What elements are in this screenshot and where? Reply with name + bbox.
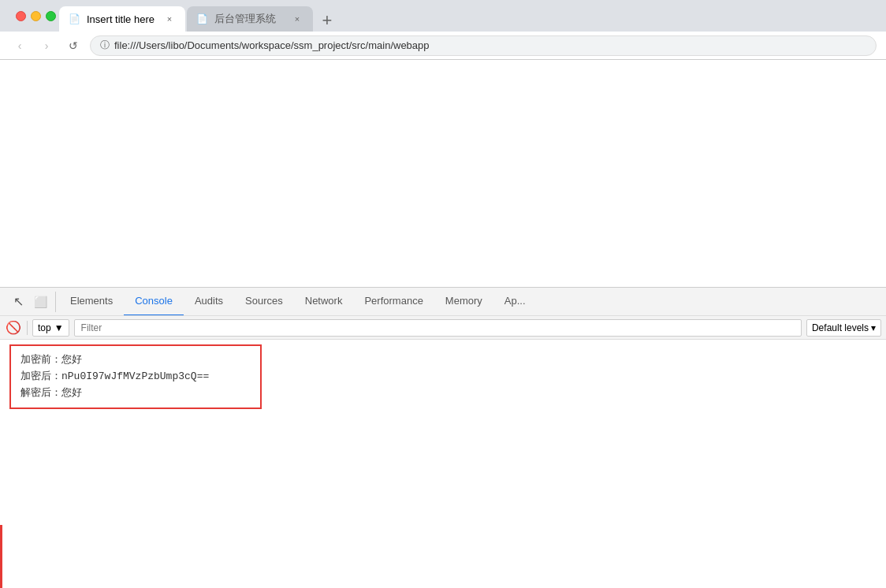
tab-insert-title[interactable]: 📄 Insert title here × (59, 6, 185, 32)
traffic-light-maximize[interactable] (46, 11, 56, 21)
tab-title-2: 后台管理系统 (214, 12, 285, 26)
console-output: 加密前：您好 加密后：nPu0I97wJfMVzPzbUmp3cQ== 解密后：… (0, 340, 886, 588)
devtools-panel: ↖ ⬜ Elements Console Audits Sources Netw… (0, 287, 886, 588)
device-icon-btn[interactable]: ⬜ (30, 292, 50, 312)
levels-arrow: ▾ (871, 322, 876, 333)
clear-console-button[interactable]: 🚫 (5, 319, 22, 337)
chrome-header: 📄 Insert title here × 📄 后台管理系统 × + ‹ › ↺ (0, 0, 886, 60)
cursor-icon-btn[interactable]: ↖ (8, 292, 28, 312)
levels-label: Default levels (812, 322, 869, 333)
context-selector[interactable]: top ▼ (32, 319, 69, 337)
console-log-box: 加密前：您好 加密后：nPu0I97wJfMVzPzbUmp3cQ== 解密后：… (9, 344, 262, 409)
filter-input[interactable] (74, 319, 802, 337)
red-left-indicator (0, 525, 2, 588)
traffic-light-close[interactable] (16, 11, 26, 21)
tab-page-icon-1: 📄 (69, 13, 80, 24)
devtools-tabs-bar: ↖ ⬜ Elements Console Audits Sources Netw… (0, 288, 886, 316)
tab-memory[interactable]: Memory (434, 288, 493, 316)
address-bar-row: ‹ › ↺ ⓘ file:///Users/libo/Documents/wor… (0, 32, 886, 60)
devtools-icon-group: ↖ ⬜ (3, 292, 56, 312)
address-field[interactable]: ⓘ file:///Users/libo/Documents/workspace… (90, 35, 877, 56)
page-content (0, 60, 886, 287)
tab-close-btn-1[interactable]: × (163, 13, 176, 25)
info-icon: ⓘ (100, 39, 110, 52)
tab-page-icon-2: 📄 (196, 13, 208, 24)
back-button[interactable]: ‹ (9, 35, 30, 56)
tab-performance[interactable]: Performance (353, 288, 434, 316)
forward-button[interactable]: › (36, 35, 57, 56)
tab-row: 📄 Insert title here × 📄 后台管理系统 × + (0, 0, 886, 32)
tab-sources[interactable]: Sources (234, 288, 294, 316)
tab-close-btn-2[interactable]: × (291, 13, 303, 25)
tab-application[interactable]: Ap... (493, 288, 537, 316)
tab-elements[interactable]: Elements (59, 288, 124, 316)
tab-network[interactable]: Network (294, 288, 354, 316)
console-line-3: 解密后：您好 (20, 385, 251, 402)
console-toolbar: 🚫 top ▼ Default levels ▾ (0, 316, 886, 340)
tab-title-1: Insert title here (87, 13, 157, 25)
dropdown-arrow: ▼ (54, 322, 64, 333)
refresh-button[interactable]: ↺ (63, 35, 84, 56)
tab-console[interactable]: Console (124, 288, 184, 316)
context-label: top (38, 322, 51, 333)
console-line-2: 加密后：nPu0I97wJfMVzPzbUmp3cQ== (20, 369, 251, 385)
tab-admin-system[interactable]: 📄 后台管理系统 × (187, 6, 313, 32)
levels-button[interactable]: Default levels ▾ (806, 319, 881, 337)
traffic-lights (6, 5, 65, 28)
toolbar-separator (27, 321, 28, 335)
address-text: file:///Users/libo/Documents/workspace/s… (114, 39, 430, 51)
console-line-1: 加密前：您好 (20, 352, 251, 369)
traffic-light-minimize[interactable] (31, 11, 41, 21)
tab-audits[interactable]: Audits (184, 288, 234, 316)
new-tab-button[interactable]: + (316, 9, 338, 32)
